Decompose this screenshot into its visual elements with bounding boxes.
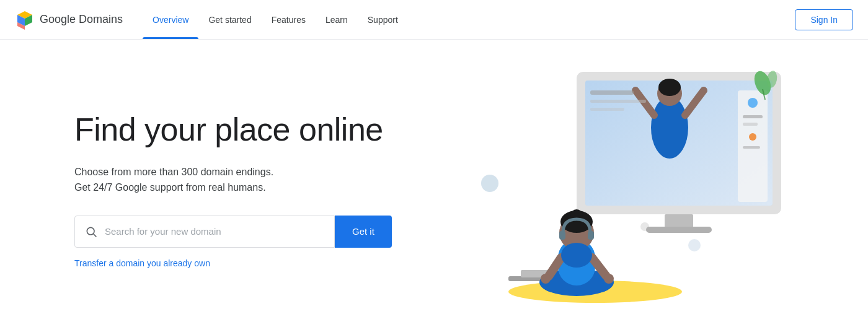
hero-subtitle-line2: Get 24/7 Google support from real humans…	[74, 182, 266, 193]
domain-search-input[interactable]	[105, 226, 324, 237]
main-content: Find your place online Choose from more …	[0, 40, 868, 327]
svg-point-7	[688, 239, 701, 251]
svg-rect-42	[559, 231, 565, 240]
nav-item-overview[interactable]: Overview	[143, 0, 198, 39]
svg-point-25	[749, 133, 756, 141]
header: Google Domains Overview Get started Feat…	[0, 0, 868, 40]
hero-subtitle-line1: Choose from more than 300 domain endings…	[74, 167, 273, 177]
svg-rect-20	[590, 108, 624, 111]
hero-left: Find your place online Choose from more …	[74, 98, 434, 269]
svg-rect-24	[743, 123, 758, 126]
main-nav: Overview Get started Features Learn Supp…	[143, 0, 408, 39]
svg-point-22	[748, 98, 758, 108]
nav-item-support[interactable]: Support	[358, 0, 408, 39]
svg-rect-31	[646, 227, 712, 233]
hero-right	[434, 40, 818, 327]
get-it-button[interactable]: Get it	[335, 216, 392, 248]
search-area: Get it	[74, 216, 434, 248]
svg-point-47	[604, 274, 614, 284]
hero-title: Find your place online	[74, 110, 434, 149]
svg-rect-23	[743, 115, 763, 118]
nav-item-learn[interactable]: Learn	[316, 0, 358, 39]
logo: Google Domains	[15, 10, 123, 30]
svg-point-45	[541, 274, 551, 284]
transfer-domain-link[interactable]: Transfer a domain you already own	[74, 258, 210, 268]
svg-line-5	[94, 234, 97, 237]
svg-point-15	[658, 79, 681, 96]
svg-rect-48	[561, 243, 592, 268]
search-box	[74, 216, 335, 248]
svg-rect-43	[588, 231, 594, 240]
logo-text: Google Domains	[40, 13, 123, 26]
svg-point-6	[481, 175, 498, 192]
svg-rect-26	[743, 146, 760, 149]
hero-subtitle: Choose from more than 300 domain endings…	[74, 164, 434, 196]
search-icon	[85, 225, 97, 238]
hero-illustration	[453, 53, 800, 313]
nav-item-get-started[interactable]: Get started	[198, 0, 261, 39]
svg-rect-30	[665, 214, 693, 228]
svg-rect-19	[590, 100, 646, 103]
svg-point-4	[87, 227, 94, 235]
google-domains-logo-icon	[15, 10, 35, 30]
svg-rect-18	[590, 90, 634, 95]
sign-in-button[interactable]: Sign In	[795, 9, 853, 30]
nav-item-features[interactable]: Features	[262, 0, 316, 39]
